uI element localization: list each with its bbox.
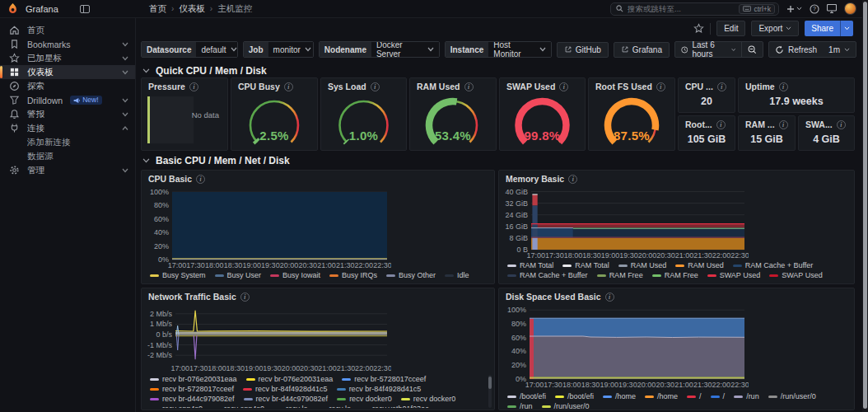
panel-title[interactable]: RAM ...i bbox=[745, 119, 788, 129]
zoom-out-time-button[interactable] bbox=[742, 42, 763, 57]
filter-datasource[interactable]: Datasourcedefault bbox=[141, 41, 238, 58]
network-traffic-chart[interactable]: 2 Mb/s1 Mb/s0 b/s-1 Mb/s-2 Mb/s17:0017:3… bbox=[144, 303, 391, 372]
user-avatar[interactable] bbox=[844, 2, 856, 15]
sidebar-toggle-icon[interactable] bbox=[80, 5, 90, 13]
panel-title[interactable]: Network Traffic Basici bbox=[148, 292, 250, 302]
export-button[interactable]: Export bbox=[751, 21, 799, 36]
legend-item[interactable]: RAM Free bbox=[652, 271, 698, 279]
legend-item[interactable]: RAM Cache + Buffer bbox=[507, 271, 588, 279]
legend-item[interactable]: / bbox=[687, 392, 702, 400]
sidebar-item-data-sources[interactable]: 数据源 bbox=[0, 149, 135, 163]
filter-value-dropdown[interactable]: default bbox=[196, 42, 237, 57]
memory-basic-chart[interactable]: 0 B8 GiB16 GiB24 GiB32 GiB40 GiB17:0017:… bbox=[502, 185, 749, 260]
sidebar-item-administration[interactable]: 管理 bbox=[0, 163, 135, 177]
cpu-basic-chart[interactable]: 0%20%40%60%80%100%17:0017:3018:0018:3019… bbox=[144, 185, 391, 269]
legend-item[interactable]: SWAP Used bbox=[769, 271, 823, 279]
legend-item[interactable]: recv br-076e20031eaa bbox=[150, 375, 237, 383]
search-input[interactable] bbox=[628, 4, 735, 13]
legend-item[interactable]: RAM Free bbox=[597, 271, 643, 279]
legend-item[interactable]: /run bbox=[507, 402, 533, 410]
sidebar-item-explore[interactable]: 探索 bbox=[0, 79, 135, 93]
legend-item[interactable]: RAM Used bbox=[675, 261, 724, 269]
info-icon[interactable]: i bbox=[605, 293, 614, 302]
info-icon[interactable]: i bbox=[240, 293, 250, 302]
row-basic-cpu-mem-net-disk[interactable]: Basic CPU / Mem / Net / Disk bbox=[142, 155, 290, 166]
legend-item[interactable]: recv br-5728017cceef bbox=[342, 375, 426, 383]
legend-item[interactable]: recv docker0 bbox=[401, 395, 456, 403]
legend-item[interactable]: Busy Other bbox=[386, 271, 436, 279]
legend-item[interactable]: Idle bbox=[445, 271, 469, 279]
info-icon[interactable]: i bbox=[284, 82, 293, 91]
legend-item[interactable]: recv enp4s0 bbox=[212, 405, 264, 408]
sidebar-item-starred[interactable]: 已加星标 bbox=[0, 51, 135, 65]
time-range-picker[interactable]: Last 6 hours bbox=[675, 42, 741, 57]
panel-title[interactable]: SWA...i bbox=[805, 119, 846, 129]
sidebar-item-drilldown[interactable]: DrilldownNew! bbox=[0, 93, 135, 107]
filter-value-dropdown[interactable]: monitor bbox=[268, 42, 314, 57]
search-box[interactable]: ctrl+k bbox=[610, 2, 779, 16]
news-button[interactable] bbox=[827, 4, 837, 13]
panel-title[interactable]: Root FS Usedi bbox=[595, 82, 665, 91]
github-link-button[interactable]: GitHub bbox=[557, 42, 609, 58]
share-button[interactable]: Share bbox=[805, 21, 840, 36]
legend-item[interactable]: recv enp4s0 bbox=[150, 405, 203, 408]
sidebar-item-add-new-connection[interactable]: 添加新连接 bbox=[0, 135, 135, 149]
sidebar-item-home[interactable]: 首页 bbox=[0, 23, 135, 37]
legend-item[interactable]: recv br-d44c979082ef bbox=[244, 395, 329, 403]
legend-item[interactable]: /boot/efi bbox=[507, 392, 546, 400]
info-icon[interactable]: i bbox=[779, 120, 788, 129]
info-icon[interactable]: i bbox=[196, 175, 205, 184]
panel-title[interactable]: Disk Space Used Basici bbox=[506, 292, 614, 302]
legend-item[interactable]: RAM Total bbox=[562, 261, 609, 269]
info-icon[interactable]: i bbox=[837, 120, 846, 129]
refresh-button[interactable]: Refresh bbox=[769, 42, 823, 57]
panel-title[interactable]: Sys Loadi bbox=[328, 82, 380, 91]
sidebar-item-dashboards[interactable]: 仪表板 bbox=[0, 65, 135, 79]
legend-item[interactable]: recv br-5728017cceef bbox=[150, 385, 234, 393]
filter-value-dropdown[interactable]: Docker Server bbox=[371, 42, 439, 57]
legend-item[interactable]: /home bbox=[603, 392, 636, 400]
info-icon[interactable]: i bbox=[717, 82, 726, 91]
legend-scrollbar-thumb[interactable] bbox=[488, 377, 492, 389]
legend-item[interactable]: RAM Used bbox=[618, 261, 667, 269]
legend-item[interactable]: recv br-84f4928d41c5 bbox=[337, 385, 422, 393]
info-icon[interactable]: i bbox=[716, 120, 726, 129]
legend-item[interactable]: recv br-84f4928d41c5 bbox=[243, 385, 328, 393]
info-icon[interactable]: i bbox=[371, 82, 380, 91]
info-icon[interactable]: i bbox=[779, 82, 788, 91]
panel-title[interactable]: Uptimei bbox=[745, 82, 788, 91]
edit-button[interactable]: Edit bbox=[716, 21, 745, 36]
legend-item[interactable]: recv lo bbox=[317, 405, 352, 408]
share-menu-button[interactable] bbox=[840, 21, 853, 36]
refresh-interval-picker[interactable]: 1m bbox=[823, 42, 856, 57]
legend-item[interactable]: RAM Total bbox=[507, 261, 553, 269]
row-quick-cpu-mem-disk[interactable]: Quick CPU / Mem / Disk bbox=[142, 65, 267, 77]
info-icon[interactable]: i bbox=[656, 82, 665, 91]
filter-value-dropdown[interactable]: Host Monitor bbox=[488, 42, 550, 57]
info-icon[interactable]: i bbox=[464, 82, 474, 91]
grafana-link-button[interactable]: Grafana bbox=[614, 42, 670, 58]
legend-item[interactable]: /boot/efi bbox=[555, 392, 594, 400]
filter-nodename[interactable]: NodenameDocker Server bbox=[319, 41, 440, 58]
legend-item[interactable]: Busy System bbox=[150, 271, 206, 279]
page-scrollbar-thumb[interactable] bbox=[863, 2, 867, 409]
panel-title[interactable]: CPU Basici bbox=[148, 174, 205, 184]
breadcrumb-home[interactable]: 首页 bbox=[149, 3, 166, 15]
legend-item[interactable]: /run/user/0 bbox=[542, 402, 590, 410]
panel-title[interactable]: SWAP Usedi bbox=[506, 82, 568, 91]
panel-title[interactable]: Root...i bbox=[685, 119, 726, 129]
grafana-logo[interactable] bbox=[7, 2, 19, 15]
legend-item[interactable]: /home bbox=[645, 392, 678, 400]
filter-job[interactable]: Jobmonitor bbox=[243, 41, 314, 58]
legend-item[interactable]: /run/user/0 bbox=[768, 392, 816, 400]
legend-item[interactable]: /run bbox=[734, 392, 759, 400]
legend-item[interactable]: Busy User bbox=[215, 271, 262, 279]
legend-item[interactable]: / bbox=[711, 392, 726, 400]
info-icon[interactable]: i bbox=[568, 175, 577, 184]
help-button[interactable]: ? bbox=[810, 4, 819, 14]
sidebar-item-bookmarks[interactable]: Bookmarks bbox=[0, 37, 135, 51]
disk-space-chart[interactable]: 0%20%40%60%80%100%17:0017:3018:0018:3019… bbox=[502, 303, 749, 389]
legend-item[interactable]: recv lo bbox=[273, 405, 308, 408]
legend-item[interactable]: recv br-d44c979082ef bbox=[150, 395, 235, 403]
legend-item[interactable]: recv br-076e20031eaa bbox=[246, 375, 334, 383]
